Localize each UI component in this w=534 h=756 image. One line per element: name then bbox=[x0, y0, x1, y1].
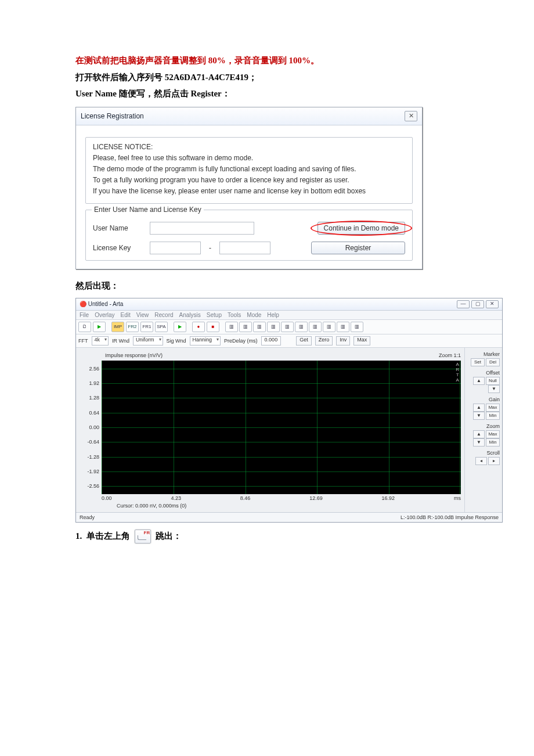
arta-logo: ARTA bbox=[456, 362, 459, 383]
y-tick: 2.56 bbox=[89, 366, 99, 372]
notice-l3: To get a fully working program you have … bbox=[93, 175, 405, 185]
x-tick: 8.46 bbox=[240, 495, 251, 501]
marker-del-button[interactable]: Del bbox=[486, 358, 500, 366]
tool-icon[interactable]: ▥ bbox=[351, 322, 363, 332]
user-name-input[interactable] bbox=[150, 222, 254, 235]
y-tick: 1.28 bbox=[89, 395, 99, 401]
continue-demo-button[interactable]: Continue in Demo mode bbox=[317, 222, 405, 235]
intro-line1c: ，录音音量调到 bbox=[226, 56, 289, 65]
credentials-legend: Enter User Name and License Key bbox=[92, 206, 204, 214]
close-icon[interactable]: ✕ bbox=[405, 111, 417, 121]
minimize-icon[interactable]: — bbox=[457, 300, 470, 308]
marker-label: Marker bbox=[467, 351, 500, 357]
zero-button[interactable]: Zero bbox=[315, 336, 333, 345]
tool-icon[interactable]: ▥ bbox=[239, 322, 252, 332]
intro-line2b: ； bbox=[248, 73, 257, 82]
menu-analysis[interactable]: Analysis bbox=[179, 312, 201, 318]
license-key-input-2[interactable] bbox=[219, 242, 270, 254]
go-icon[interactable]: ▶ bbox=[174, 322, 186, 332]
status-right: L:-100.0dB R:-100.0dB Impulse Response bbox=[400, 514, 499, 520]
inv-button[interactable]: Inv bbox=[336, 336, 350, 345]
menu-tools[interactable]: Tools bbox=[228, 312, 241, 318]
dialog-title: License Registration bbox=[81, 112, 144, 120]
record-icon[interactable]: ● bbox=[192, 322, 205, 332]
x-unit: ms bbox=[454, 495, 461, 501]
predelay-value[interactable]: 0.000 bbox=[261, 336, 282, 345]
menu-edit[interactable]: Edit bbox=[121, 312, 131, 318]
scroll-right-icon[interactable]: ▸ bbox=[488, 457, 500, 465]
x-tick: 12.69 bbox=[309, 495, 323, 501]
sigwnd-select[interactable]: Hanning bbox=[190, 336, 221, 345]
impulse-plot[interactable]: ARTA bbox=[102, 361, 461, 494]
y-tick: 1.92 bbox=[89, 380, 99, 386]
register-button[interactable]: Register bbox=[311, 242, 405, 254]
maximize-icon[interactable]: ▢ bbox=[471, 300, 484, 308]
notice-l4: If you have the license key, please ente… bbox=[93, 186, 405, 196]
fft-select[interactable]: 4k bbox=[92, 336, 109, 345]
tool-icon[interactable]: ▥ bbox=[267, 322, 280, 332]
intro-100: 100% bbox=[289, 56, 311, 65]
scroll-label: Scroll bbox=[467, 450, 500, 456]
x-tick: 16.92 bbox=[382, 495, 395, 501]
max-button[interactable]: Max bbox=[353, 336, 370, 345]
mode-fr1-button[interactable]: FR1 bbox=[140, 322, 153, 332]
menu-overlay[interactable]: Overlay bbox=[95, 312, 114, 318]
fft-label: FFT bbox=[78, 338, 88, 344]
notice-heading: LICENSE NOTICE: bbox=[93, 142, 405, 152]
fr-toolbar-icon bbox=[135, 530, 151, 543]
y-tick: 0.64 bbox=[89, 410, 99, 416]
stop-icon[interactable]: ■ bbox=[207, 322, 219, 332]
y-tick: -1.92 bbox=[87, 469, 99, 474]
y-tick: 0.00 bbox=[89, 424, 99, 430]
then-appears: 然后出现： bbox=[75, 278, 459, 294]
menu-file[interactable]: File bbox=[80, 312, 89, 318]
tool-icon[interactable]: ▥ bbox=[281, 322, 294, 332]
mode-fr2-button[interactable]: FR2 bbox=[126, 322, 139, 332]
intro-80: 80% bbox=[208, 56, 226, 65]
tool-icon[interactable]: ▥ bbox=[337, 322, 349, 332]
scroll-left-icon[interactable]: ◂ bbox=[475, 457, 487, 465]
mode-imp-button[interactable]: IMP bbox=[111, 322, 124, 332]
intro-line2a: 打开软件后输入序列号 bbox=[75, 73, 165, 82]
menu-help[interactable]: Help bbox=[267, 312, 279, 318]
tool-icon[interactable]: ▥ bbox=[225, 322, 238, 332]
tool-icon[interactable]: ▥ bbox=[295, 322, 308, 332]
play-icon[interactable]: ▶ bbox=[93, 322, 106, 332]
plot-title: Impulse response (nV/V) bbox=[105, 352, 163, 358]
gain-max-button[interactable]: Max bbox=[486, 404, 500, 412]
gain-up-icon[interactable]: ▲ bbox=[473, 404, 485, 412]
menu-mode[interactable]: Mode bbox=[247, 312, 261, 318]
x-tick: 4.23 bbox=[171, 495, 181, 501]
new-file-icon[interactable]: 🗋 bbox=[78, 322, 91, 332]
close-icon[interactable]: ✕ bbox=[486, 300, 499, 308]
zoom-up-icon[interactable]: ▲ bbox=[473, 430, 485, 438]
gain-min-button[interactable]: Min bbox=[486, 412, 500, 420]
status-ready: Ready bbox=[80, 514, 95, 520]
menu-record[interactable]: Record bbox=[154, 312, 173, 318]
zoom-min-button[interactable]: Min bbox=[486, 438, 500, 447]
offset-null-button[interactable]: Null bbox=[486, 377, 500, 385]
menu-bar: File Overlay Edit View Record Analysis S… bbox=[76, 311, 502, 320]
gain-down-icon[interactable]: ▼ bbox=[473, 412, 485, 420]
menu-setup[interactable]: Setup bbox=[207, 312, 222, 318]
tool-icon[interactable]: ▥ bbox=[253, 322, 266, 332]
zoom-max-button[interactable]: Max bbox=[486, 430, 500, 438]
get-button[interactable]: Get bbox=[296, 336, 312, 345]
tool-icon[interactable]: ▥ bbox=[323, 322, 335, 332]
mode-spa-button[interactable]: SPA bbox=[155, 322, 168, 332]
tool-icon[interactable]: ▥ bbox=[309, 322, 322, 332]
predelay-label: PreDelay (ms) bbox=[224, 338, 258, 344]
offset-down-icon[interactable]: ▼ bbox=[488, 385, 500, 393]
marker-set-button[interactable]: Set bbox=[471, 358, 485, 366]
license-key-input-1[interactable] bbox=[150, 242, 201, 254]
serial-number: 52A6DA71-A4C7E419 bbox=[165, 73, 248, 82]
arta-window: 🔴 Untitled - Arta — ▢ ✕ File Overlay Edi… bbox=[75, 298, 503, 523]
irwnd-select[interactable]: Uniform bbox=[133, 336, 163, 345]
offset-up-icon[interactable]: ▲ bbox=[473, 377, 485, 385]
toolbar-2: FFT 4k IR Wnd Uniform Sig Wnd Hanning Pr… bbox=[76, 334, 502, 348]
x-tick: 0.00 bbox=[102, 495, 112, 501]
zoom-down-icon[interactable]: ▼ bbox=[473, 438, 485, 447]
menu-view[interactable]: View bbox=[136, 312, 149, 318]
y-tick: -1.28 bbox=[87, 454, 99, 460]
intro-line1a: 在测试前把电脑扬声器音量调整到 bbox=[75, 56, 208, 65]
